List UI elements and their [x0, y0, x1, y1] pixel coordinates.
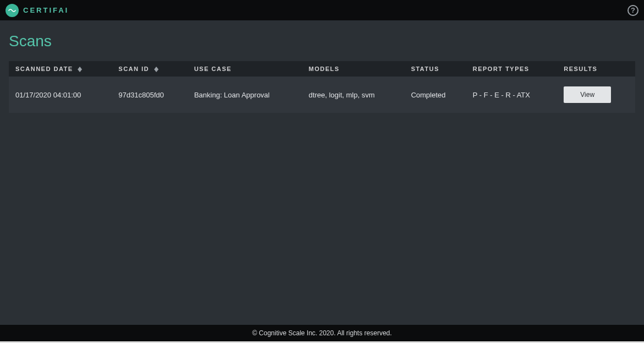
brand[interactable]: CERTIFAI [6, 4, 69, 17]
scans-table: Scanned Date Scan ID Use Case [9, 61, 635, 113]
col-status: Status [405, 61, 466, 77]
footer-text: © Cognitive Scale Inc. 2020. All rights … [252, 329, 392, 337]
col-results: Results [557, 61, 635, 77]
col-scanned-date[interactable]: Scanned Date [9, 61, 112, 77]
col-status-label: Status [411, 66, 439, 72]
cell-results: View [557, 77, 635, 113]
sort-icon[interactable] [154, 67, 159, 72]
cell-status: Completed [405, 77, 466, 113]
col-report-types-label: Report Types [473, 66, 530, 72]
col-models-label: Models [309, 66, 340, 72]
help-icon-label: ? [631, 6, 635, 14]
cell-report-types: P - F - E - R - ATX [466, 77, 558, 113]
sort-icon[interactable] [78, 67, 82, 72]
scans-table-wrap: Scanned Date Scan ID Use Case [0, 61, 644, 113]
col-scan-id[interactable]: Scan ID [112, 61, 187, 77]
view-button[interactable]: View [564, 86, 611, 103]
brand-text: CERTIFAI [23, 6, 69, 14]
col-use-case: Use Case [188, 61, 302, 77]
brand-logo-icon [6, 4, 19, 17]
col-report-types: Report Types [466, 61, 558, 77]
help-icon[interactable]: ? [627, 5, 638, 16]
cell-use-case: Banking: Loan Approval [188, 77, 302, 113]
cell-scanned-date: 01/17/2020 04:01:00 [9, 77, 112, 113]
table-header-row: Scanned Date Scan ID Use Case [9, 61, 635, 77]
page-title: Scans [0, 20, 644, 61]
cell-models: dtree, logit, mlp, svm [302, 77, 405, 113]
col-scan-id-label: Scan ID [118, 66, 149, 72]
footer: © Cognitive Scale Inc. 2020. All rights … [0, 325, 644, 341]
col-models: Models [302, 61, 405, 77]
cell-scan-id: 97d31c805fd0 [112, 77, 187, 113]
col-scanned-date-label: Scanned Date [15, 66, 73, 72]
col-results-label: Results [564, 66, 597, 72]
col-use-case-label: Use Case [194, 66, 232, 72]
topbar: CERTIFAI ? [0, 0, 644, 20]
table-row: 01/17/2020 04:01:00 97d31c805fd0 Banking… [9, 77, 635, 113]
